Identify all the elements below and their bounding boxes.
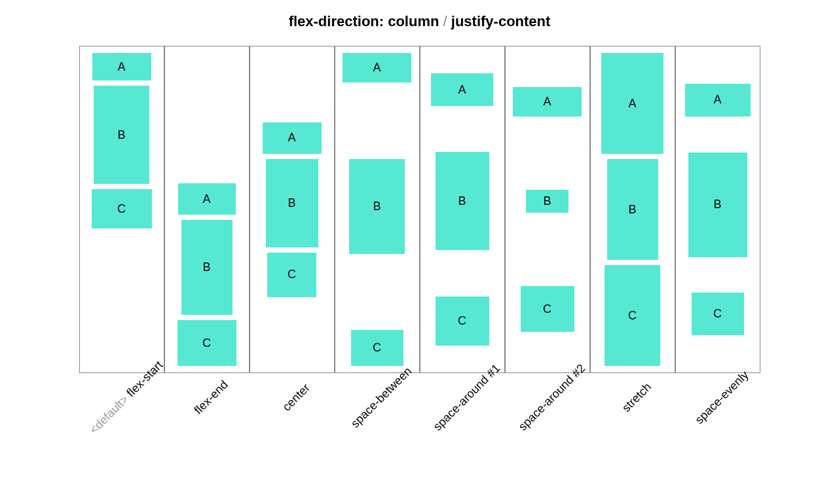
flex-item: B [266,159,318,247]
flex-item: C [436,297,489,346]
flex-item: A [92,53,151,81]
flex-item: A [431,73,493,106]
title-left: flex-direction: column [289,13,439,29]
flex-container: ABC [164,46,250,373]
default-tag: <default> [87,390,134,437]
flex-container: ABC [79,46,164,373]
columns-row: ABC<default> flex-startABCflex-endABCcen… [13,46,826,452]
flex-item: A [263,122,322,154]
flex-item: C [92,189,152,228]
column-label-text: stretch [620,380,654,414]
flex-item: B [526,190,569,213]
column-label: space-evenly [693,369,793,465]
column-label-text: space-between [348,365,414,430]
flex-item: C [605,265,660,366]
diagram-title: flex-direction: column / justify-content [13,13,826,30]
flex-item: B [607,159,658,260]
flex-item: A [513,87,582,117]
title-right: justify-content [451,13,551,29]
flex-container: ABC [335,46,420,373]
column-label-text: flex-end [192,378,231,416]
column-wrap: ABCspace-between [335,46,420,452]
flex-item: A [685,84,751,117]
column-wrap: ABC<default> flex-start [79,46,164,452]
column-wrap: ABCspace-around #1 [420,46,505,452]
title-sep: / [443,13,447,29]
flex-container: ABC [250,46,335,373]
flex-item: B [436,152,489,250]
flex-item: A [343,53,411,82]
flex-item: A [601,53,663,154]
flex-container: ABC [590,46,675,373]
flex-item: C [521,286,574,332]
flex-container: ABC [420,46,505,373]
column-label-text: center [280,381,313,414]
flex-item: C [177,320,236,366]
flex-item: B [181,220,233,315]
flex-container: ABC [675,46,760,373]
flex-item: B [94,86,149,184]
flex-item: B [349,159,405,254]
column-label-text: space-evenly [693,369,751,427]
flex-item: C [692,293,744,335]
flex-item: B [688,153,747,257]
flex-container: ABC [505,46,590,373]
column-wrap: ABCspace-evenly [675,46,760,452]
flex-item: A [178,183,236,215]
flex-item: C [351,330,403,366]
flex-item: C [267,253,316,297]
column-wrap: ABCcenter [250,46,335,452]
